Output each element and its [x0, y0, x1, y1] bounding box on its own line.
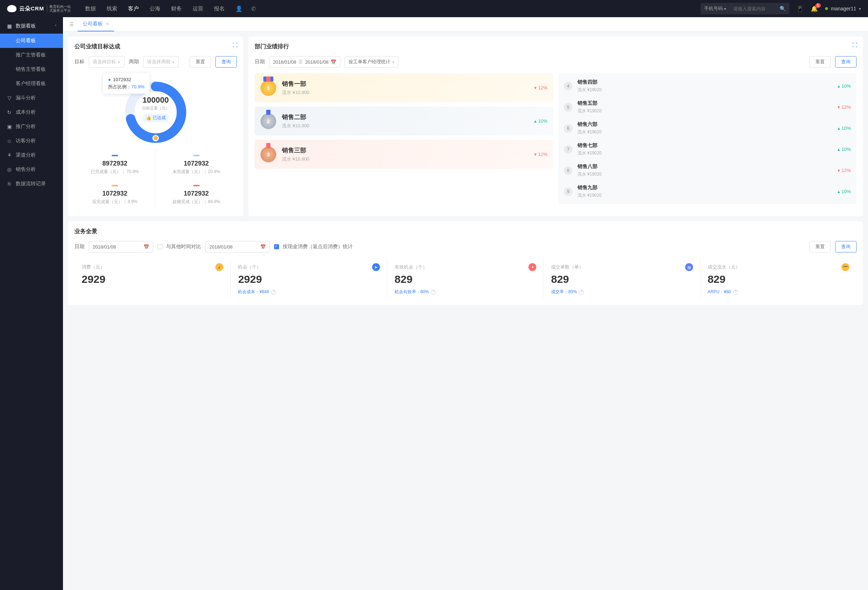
rank-pct: ▴ 10% [838, 83, 851, 89]
thumbs-up-icon: 👍 [146, 115, 151, 121]
search-type-select[interactable]: 手机号码▾ [701, 5, 729, 12]
expand-icon[interactable]: ⛶ [852, 42, 857, 48]
user-menu[interactable]: manager11 ▾ [825, 6, 861, 12]
panorama-stat: 有效机会（个）✦829机会有效率：80%? [387, 260, 544, 299]
nav-item[interactable]: 财务 [171, 5, 182, 12]
user-icon[interactable]: 👤 [235, 5, 242, 12]
ranking-top3: 1销售一部流水 ¥10,900▾ 12%2销售二部流水 ¥10,900▴ 10%… [255, 73, 553, 204]
rank-value: 流水 ¥10,900 [282, 123, 310, 129]
rank-row: 4销售四部流水 ¥19020▴ 10% [558, 75, 856, 97]
sidebar: ▦ 数据看板 ˄ 公司看板推广主管看板销售主管看板客户经理看板 ▽漏斗分析↻成本… [0, 17, 63, 590]
period-select[interactable]: 请选择周期▾ [143, 56, 179, 68]
period-label: 周期 [129, 59, 139, 65]
date-range-input[interactable]: 2018/01/08 至 2018/01/08 📅 [269, 56, 340, 68]
rank-number: 6 [564, 124, 573, 132]
rank-pct: ▴ 10% [838, 125, 851, 131]
rank-name: 销售九部 [577, 184, 601, 191]
sidebar-item[interactable]: ☺访客分析 [0, 134, 63, 148]
reset-button[interactable]: 重置 [190, 56, 211, 68]
ranking-card: 部门业绩排行 ⛶ 日期 2018/01/08 至 2018/01/08 📅 按工… [248, 37, 863, 216]
logo: 云朵CRM 教育机构一站 式服务云平台 [7, 4, 71, 13]
nav-item[interactable]: 数据 [85, 5, 96, 12]
date-input-2[interactable]: 2018/01/08📅 [205, 241, 270, 252]
sidebar-item[interactable]: 公司看板 [0, 34, 63, 48]
chevron-down-icon: ▾ [118, 60, 120, 64]
sidebar-subgroup: 公司看板推广主管看板销售主管看板客户经理看板 [0, 34, 63, 91]
donut-chart: ●1072932 所占比例：70.9% 100000 目标总量（元） [74, 68, 237, 150]
target-select[interactable]: 请选择目标▾ [89, 56, 124, 68]
help-icon[interactable]: ? [579, 290, 584, 295]
panorama-stat: 成交流水（元）💳829ARPU：¥80? [701, 260, 856, 299]
panorama-card: 业务全景 日期 2018/01/08📅 与其他时间对比 2018/01/08📅 … [68, 221, 863, 305]
compare-checkbox[interactable]: 与其他时间对比 [158, 244, 201, 250]
rank-value: 流水 ¥19020 [577, 87, 601, 93]
help-icon[interactable]: ? [271, 290, 276, 295]
rank-row: 5销售五部流水 ¥19020▾ 12% [558, 97, 856, 118]
stat-cell: 8972932已完成量（元）|70.9% [74, 150, 156, 180]
medal-icon: 1 [260, 80, 276, 96]
chevron-down-icon: ▾ [724, 7, 726, 11]
cash-checkbox[interactable]: 按现金消费（返点后消费）统计 [274, 244, 353, 250]
menu-toggle-icon[interactable]: ☰ [66, 21, 78, 27]
stat-color-bar [112, 155, 118, 156]
nav-item[interactable]: 报名 [214, 5, 225, 12]
help-icon[interactable]: ? [431, 290, 436, 295]
notification-badge: 5 [815, 3, 821, 8]
sidebar-item[interactable]: ⚘渠道分析 [0, 148, 63, 162]
rank-pct: ▾ 12% [838, 104, 851, 110]
chevron-down-icon: ▾ [859, 7, 861, 11]
stat-by-select[interactable]: 按工单客户经理统计▾ [345, 56, 398, 68]
notifications-icon[interactable]: 🔔5 [811, 5, 818, 12]
date-label: 日期 [255, 59, 265, 65]
panorama-stat: 成交单数（单）▤829成交率：80%? [544, 260, 700, 299]
sidebar-item[interactable]: ▽漏斗分析 [0, 91, 63, 105]
pano-sub-label: 成交率：80% [551, 289, 577, 295]
help-icon[interactable]: ? [733, 290, 738, 295]
query-button[interactable]: 查询 [835, 241, 856, 252]
pano-label: 成交流水（元） [708, 264, 740, 270]
goal-title: 公司业绩目标达成 [74, 43, 237, 50]
sidebar-item[interactable]: 销售主管看板 [0, 62, 63, 77]
sidebar-item[interactable]: ▣推广分析 [0, 119, 63, 134]
rank-row: 9销售九部流水 ¥19020▴ 10% [558, 181, 856, 202]
stat-color-bar [193, 155, 200, 156]
rank-row: 8销售八部流水 ¥19020▾ 12% [558, 160, 856, 181]
query-button[interactable]: 查询 [216, 56, 237, 68]
phone-icon[interactable]: ✆ [251, 5, 256, 12]
mobile-icon[interactable]: 📱 [796, 5, 804, 12]
sidebar-item[interactable]: 推广主管看板 [0, 48, 63, 62]
pano-icon: ✦ [528, 263, 536, 271]
reset-button[interactable]: 重置 [809, 241, 831, 252]
nav-item[interactable]: 运营 [192, 5, 203, 12]
sidebar-item[interactable]: ↻成本分析 [0, 105, 63, 119]
search-box: 手机号码▾ 🔍 [701, 3, 789, 14]
nav-item[interactable]: 线索 [106, 5, 117, 12]
sidebar-item[interactable]: 客户经理看板 [0, 77, 63, 91]
reset-button[interactable]: 重置 [809, 56, 831, 68]
sidebar-group-header[interactable]: ▦ 数据看板 ˄ [0, 19, 63, 34]
search-button[interactable]: 🔍 [776, 6, 789, 12]
stat-value: 1072932 [74, 190, 155, 197]
search-input[interactable] [729, 6, 776, 12]
sidebar-icon: ☺ [6, 138, 12, 144]
pano-value: 2929 [238, 273, 379, 285]
nav-item[interactable]: 公海 [149, 5, 160, 12]
rank-top-card: 3销售三部流水 ¥10,900▾ 12% [255, 140, 553, 169]
close-tab-icon[interactable]: ✕ [106, 21, 109, 26]
sidebar-item[interactable]: ◎销售分析 [0, 162, 63, 177]
ranking-title: 部门业绩排行 [255, 43, 856, 50]
stat-label: 已完成量（元）|70.9% [74, 169, 155, 175]
sidebar-item[interactable]: ⎘数据流转记录 [0, 177, 63, 191]
pano-sub-label: 机会有效率：80% [395, 289, 429, 295]
nav-item[interactable]: 客户 [128, 5, 139, 12]
rank-value: 流水 ¥19020 [577, 150, 601, 156]
goal-card: 公司业绩目标达成 ⛶ 目标 请选择目标▾ 周期 请选择周期▾ 重置 查询 [68, 37, 243, 216]
top-nav: 数据线索客户公海财务运营报名 [85, 5, 225, 12]
tab-company-board[interactable]: 公司看板 ✕ [78, 17, 114, 31]
query-button[interactable]: 查询 [835, 56, 856, 68]
stat-cell: 1072932超额完成（元）|89.9% [156, 180, 237, 210]
date-input-1[interactable]: 2018/01/08📅 [89, 241, 153, 252]
expand-icon[interactable]: ⛶ [233, 42, 238, 48]
svg-point-2 [153, 135, 158, 141]
chevron-down-icon: ▾ [173, 60, 174, 64]
